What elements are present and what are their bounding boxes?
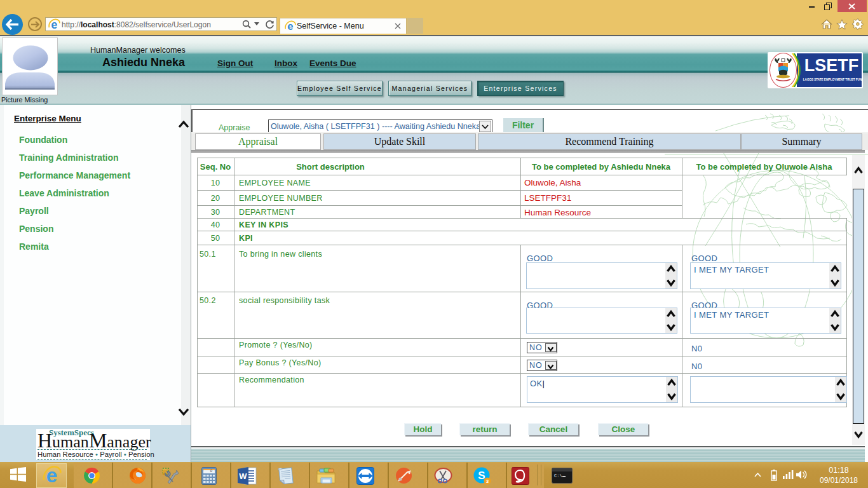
svg-text:W: W — [239, 471, 247, 481]
svg-text:C:\: C:\ — [554, 473, 562, 478]
svg-text:3: 3 — [486, 478, 489, 484]
